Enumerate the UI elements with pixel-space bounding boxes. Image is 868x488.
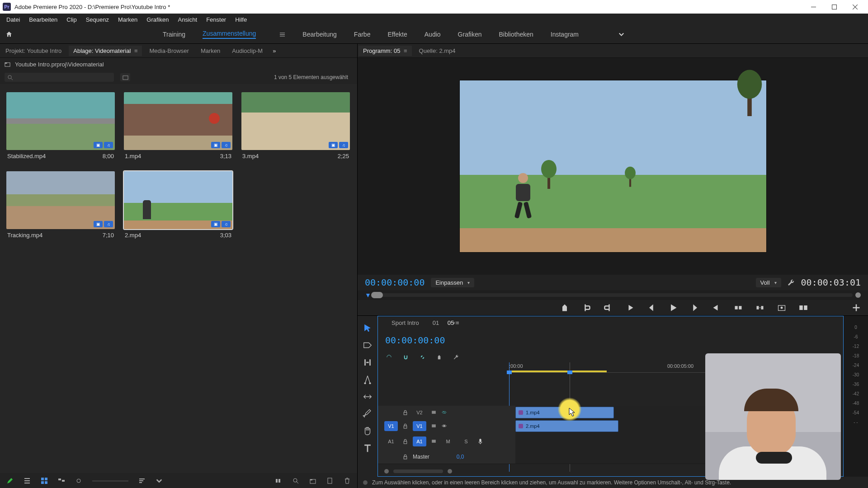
clip-item[interactable]: ▣♫ 1.mp43;13: [124, 92, 232, 162]
menu-clip[interactable]: Clip: [62, 14, 81, 25]
master-level[interactable]: 0,0: [457, 454, 464, 460]
lock-icon[interactable]: [402, 454, 408, 460]
program-video-area[interactable]: [358, 58, 868, 275]
lock-icon[interactable]: [402, 423, 408, 429]
go-to-in-button[interactable]: [625, 303, 634, 312]
step-back-button[interactable]: [647, 303, 656, 312]
freeform-view-button[interactable]: [58, 477, 65, 484]
clip-thumbnail[interactable]: ▣♫: [6, 171, 115, 229]
tab-ablage[interactable]: Ablage: Videomaterial ≡: [69, 46, 142, 56]
track-select-tool[interactable]: [363, 340, 373, 350]
tab-projekt[interactable]: Projekt: Youtube Intro: [1, 46, 66, 56]
clip-thumbnail[interactable]: ▣♫: [124, 92, 232, 150]
window-maximize-button[interactable]: [824, 0, 844, 14]
voiceover-record-icon[interactable]: [477, 438, 483, 444]
tab-audioclip[interactable]: Audioclip-M: [227, 46, 267, 56]
panel-menu-icon[interactable]: ≡: [132, 47, 137, 54]
workspace-grafiken[interactable]: Grafiken: [458, 31, 482, 38]
playhead-marker-icon[interactable]: ▼: [365, 291, 371, 299]
window-close-button[interactable]: [844, 0, 865, 14]
tab-media-browser[interactable]: Media-Browser: [145, 46, 193, 56]
tab-marken[interactable]: Marken: [196, 46, 225, 56]
lift-button[interactable]: [734, 303, 743, 312]
panel-menu-icon[interactable]: ≡: [456, 319, 459, 326]
clip-thumbnail[interactable]: ▣♫: [241, 92, 350, 150]
sort-dropdown-icon[interactable]: [156, 477, 163, 484]
sync-lock-icon[interactable]: [431, 409, 437, 415]
slip-tool[interactable]: [363, 392, 373, 402]
work-area-bar[interactable]: [509, 371, 607, 372]
workspace-bearbeitung[interactable]: Bearbeitung: [302, 31, 337, 38]
sort-button[interactable]: [138, 477, 146, 484]
mark-out-button[interactable]: [604, 303, 613, 312]
workspace-effekte[interactable]: Effekte: [387, 31, 407, 38]
mark-in-button[interactable]: [582, 303, 591, 312]
clip-thumbnail[interactable]: ▣♫: [6, 92, 115, 150]
sequence-tab[interactable]: 01: [433, 319, 439, 326]
play-button[interactable]: [669, 303, 678, 312]
workspace-menu-icon[interactable]: [279, 32, 285, 38]
window-minimize-button[interactable]: [803, 0, 824, 14]
workspace-instagram[interactable]: Instagram: [551, 31, 579, 38]
delete-button[interactable]: [344, 477, 351, 484]
source-patch-a1[interactable]: A1: [384, 436, 398, 446]
timeline-timecode[interactable]: 00:00:00:00: [385, 335, 445, 346]
scrub-knob[interactable]: [371, 292, 383, 298]
settings-wrench-icon[interactable]: [788, 279, 795, 286]
linked-selection-icon[interactable]: [420, 354, 425, 360]
toggle-track-output-icon[interactable]: [441, 409, 447, 415]
step-forward-button[interactable]: [690, 303, 699, 312]
menu-grafiken[interactable]: Grafiken: [142, 14, 173, 25]
tab-quelle[interactable]: Quelle: 2.mp4: [415, 46, 460, 56]
track-target-v2[interactable]: V2: [413, 408, 426, 418]
timeline-clip[interactable]: 1.mp4: [515, 407, 614, 418]
menu-marken[interactable]: Marken: [113, 14, 142, 25]
nest-toggle-icon[interactable]: [386, 354, 392, 360]
menu-hilfe[interactable]: Hilfe: [231, 14, 251, 25]
track-target-v1[interactable]: V1: [413, 421, 426, 431]
icon-view-button[interactable]: [41, 477, 48, 484]
workspace-audio[interactable]: Audio: [425, 31, 441, 38]
panel-menu-icon[interactable]: ≡: [402, 47, 407, 54]
clip-thumbnail[interactable]: ▣♫: [124, 171, 232, 229]
clip-item[interactable]: ▣♫ Tracking.mp47;10: [6, 171, 115, 241]
type-tool[interactable]: [363, 443, 373, 453]
sequence-tab[interactable]: 05: [448, 319, 454, 326]
quality-dropdown[interactable]: Voll▾: [756, 278, 781, 287]
workspace-farbe[interactable]: Farbe: [354, 31, 371, 38]
sequence-tab[interactable]: Sport Intro: [392, 319, 419, 326]
sync-lock-icon[interactable]: [431, 423, 437, 429]
automate-to-sequence-button[interactable]: [275, 477, 282, 484]
clip-item[interactable]: ▣♫ Stabilized.mp48;00: [6, 92, 115, 162]
workspace-bibliotheken[interactable]: Bibliotheken: [499, 31, 533, 38]
workspace-overflow-icon[interactable]: [618, 32, 624, 38]
mute-button[interactable]: M: [441, 436, 455, 446]
workspace-training[interactable]: Training: [163, 31, 185, 38]
tab-programm[interactable]: Programm: 05 ≡: [359, 46, 412, 56]
menu-sequenz[interactable]: Sequenz: [81, 14, 113, 25]
zoom-slider-handle[interactable]: [75, 477, 82, 484]
home-button[interactable]: [0, 31, 18, 38]
fit-dropdown[interactable]: Einpassen▾: [431, 278, 474, 287]
program-timecode-left[interactable]: 00:00:00:00: [365, 277, 425, 288]
menu-datei[interactable]: Datei: [2, 14, 24, 25]
zoom-slider[interactable]: [92, 480, 128, 482]
lock-icon[interactable]: [402, 438, 408, 444]
zoom-handle-right[interactable]: [448, 469, 452, 474]
export-frame-button[interactable]: [777, 303, 786, 312]
sync-lock-icon[interactable]: [431, 438, 437, 444]
selection-tool[interactable]: [363, 323, 373, 333]
toggle-track-output-icon[interactable]: [441, 423, 447, 429]
zoom-handle-left[interactable]: [384, 469, 389, 474]
bin-icon[interactable]: [5, 61, 10, 67]
clip-item[interactable]: ▣♫ 3.mp42;25: [241, 92, 350, 162]
go-to-out-button[interactable]: [712, 303, 721, 312]
lock-icon[interactable]: [402, 409, 408, 415]
ripple-edit-tool[interactable]: [363, 357, 373, 367]
hand-tool[interactable]: [363, 426, 373, 436]
track-target-a1[interactable]: A1: [413, 436, 426, 446]
extract-button[interactable]: [755, 303, 764, 312]
scrub-track[interactable]: [371, 293, 853, 297]
clip-item[interactable]: ▣♫ 2.mp43;03: [124, 171, 232, 241]
source-patch-v2[interactable]: [384, 408, 398, 418]
